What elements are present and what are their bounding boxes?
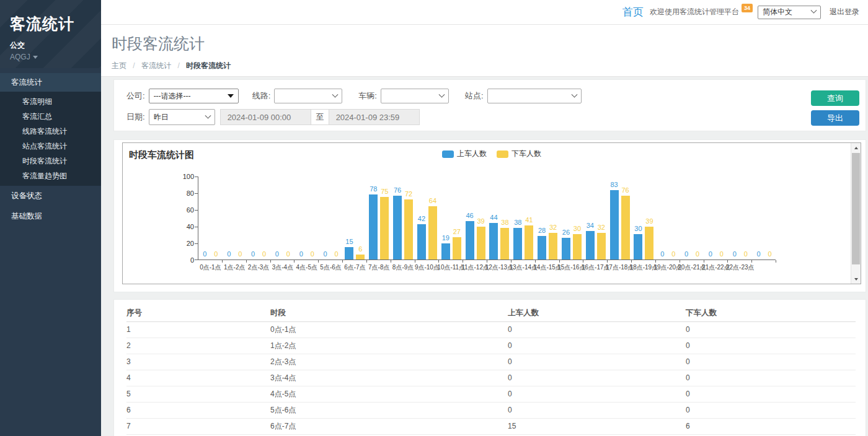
sidebar-section-passenger-stats[interactable]: 客流统计 <box>0 73 101 92</box>
date-preset-select[interactable]: 昨日 <box>149 109 215 125</box>
x-axis-tick <box>270 260 271 263</box>
table-cell: 0 <box>508 386 686 402</box>
date-to-input[interactable] <box>329 109 420 125</box>
bar-alighting <box>549 233 557 259</box>
line-select[interactable] <box>274 89 342 103</box>
x-axis-tick <box>511 260 512 263</box>
bar-alighting <box>500 228 509 259</box>
sidebar-item[interactable]: 客流明细 <box>0 94 101 109</box>
y-axis-tick <box>195 193 198 194</box>
table-cell: 0 <box>686 386 856 402</box>
scroll-down-icon[interactable] <box>851 274 861 284</box>
page-header: 时段客流统计 主页 / 客流统计 / 时段客流统计 <box>101 25 868 77</box>
welcome-text: 欢迎使用客流统计管理平台 <box>650 7 739 17</box>
table-cell: 0 <box>686 338 856 354</box>
y-axis-tick <box>195 177 198 177</box>
scroll-up-icon[interactable] <box>851 143 861 152</box>
x-axis-tick <box>463 260 463 263</box>
breadcrumb-section[interactable]: 客流统计 <box>141 61 171 70</box>
bar-alighting <box>477 227 485 259</box>
language-select[interactable]: 简体中文 <box>758 6 821 19</box>
x-axis-tick <box>415 260 415 263</box>
page-title: 时段客流统计 <box>112 33 868 54</box>
breadcrumb-separator: / <box>133 61 135 70</box>
table-cell: 0 <box>508 338 686 354</box>
table-row: 65点-6点00 <box>126 402 856 418</box>
y-axis-tick <box>195 243 198 244</box>
y-axis-tick <box>195 210 198 211</box>
sidebar-item[interactable]: 客流汇总 <box>0 109 101 124</box>
app-logo-title: 客流统计 <box>10 14 101 34</box>
y-axis-tick <box>195 259 198 260</box>
x-axis-tick <box>366 260 367 263</box>
bar-alighting <box>573 234 582 259</box>
vehicle-select[interactable] <box>381 89 449 103</box>
chevron-down-icon <box>332 91 339 97</box>
legend-item-alighting[interactable]: 下车人数 <box>497 149 541 159</box>
chart-scrollbar[interactable] <box>851 143 861 284</box>
table-cell: 6点-7点 <box>270 418 508 434</box>
table-row: 21点-2点00 <box>126 338 856 354</box>
breadcrumb-home[interactable]: 主页 <box>112 61 126 70</box>
breadcrumb: 主页 / 客流统计 / 时段客流统计 <box>112 61 868 71</box>
sidebar-item[interactable]: 站点客流统计 <box>0 139 101 154</box>
table-cell: 0 <box>686 402 856 418</box>
table-cell: 0点-1点 <box>270 321 508 338</box>
vehicle-label: 车辆: <box>358 90 377 102</box>
sidebar-item[interactable]: 客流量趋势图 <box>0 168 101 183</box>
y-axis-tick <box>195 227 198 227</box>
bar-boarding <box>417 224 426 259</box>
logout-link[interactable]: 退出登录 <box>830 7 859 17</box>
table-row: 54点-5点00 <box>126 386 856 402</box>
y-axis-label: 40 <box>169 223 194 230</box>
bar-value-label: 6 <box>351 245 370 253</box>
export-button[interactable]: 导出 <box>811 110 859 126</box>
breadcrumb-current: 时段客流统计 <box>186 61 231 70</box>
org-label: 公交 <box>10 40 101 51</box>
scrollbar-thumb[interactable] <box>852 153 860 264</box>
legend-item-boarding[interactable]: 上车人数 <box>442 149 487 159</box>
bar-value-label: 0 <box>761 250 779 258</box>
bar-boarding <box>393 196 402 259</box>
company-select[interactable]: ---请选择--- <box>149 89 239 103</box>
bar-boarding <box>513 228 522 259</box>
station-select[interactable] <box>487 89 582 103</box>
table-cell: 5点-6点 <box>270 402 508 418</box>
x-axis-tick <box>535 260 536 263</box>
table-cell: 0 <box>686 354 856 370</box>
table-cell: 6 <box>126 402 270 418</box>
bar-value-label: 32 <box>592 224 611 231</box>
chart-plot: 0204060801000点-1点001点-2点002点-3点003点-4点00… <box>198 177 776 260</box>
bar-boarding <box>489 223 498 259</box>
account-dropdown[interactable]: AQGJ <box>10 53 101 61</box>
bar-value-label: 41 <box>520 216 538 224</box>
x-axis-tick <box>751 260 752 263</box>
chart-panel: 时段车流统计图 上车人数 下车人数 0204060801000点-1点001点-… <box>113 139 866 292</box>
x-axis-tick <box>391 260 391 263</box>
query-button[interactable]: 查询 <box>811 90 859 106</box>
x-axis-tick <box>559 260 560 263</box>
bar-alighting <box>356 255 365 259</box>
top-navbar: 首页 欢迎使用客流统计管理平台 34 简体中文 退出登录 <box>101 0 868 25</box>
notification-badge[interactable]: 34 <box>742 4 753 12</box>
sidebar-section-device-status[interactable]: 设备状态 <box>0 186 101 206</box>
sidebar: 客流统计 公交 AQGJ 客流统计 客流明细客流汇总线路客流统计站点客流统计时段… <box>0 0 101 436</box>
sidebar-item[interactable]: 时段客流统计 <box>0 154 101 168</box>
filter-panel: 公司: ---请选择--- 线路: 车辆: 站点: <box>113 79 866 131</box>
page-content: 公司: ---请选择--- 线路: 车辆: 站点: <box>101 77 868 436</box>
caret-down-icon <box>33 56 38 59</box>
x-axis-tick <box>727 260 728 263</box>
filter-row-1: 公司: ---请选择--- 线路: 车辆: 站点: <box>126 88 866 104</box>
sidebar-section-base-data[interactable]: 基础数据 <box>0 206 101 227</box>
bar-boarding <box>586 231 595 259</box>
date-from-input[interactable] <box>220 109 311 125</box>
col-header-period: 时段 <box>270 305 508 321</box>
sidebar-item[interactable]: 线路客流统计 <box>0 124 101 139</box>
home-link[interactable]: 首页 <box>622 5 644 19</box>
x-axis-tick <box>342 260 343 263</box>
bar-value-label: 76 <box>616 186 635 194</box>
filter-row-2: 日期: 昨日 至 <box>126 109 866 125</box>
chart-title: 时段车流统计图 <box>129 149 194 161</box>
legend-swatch-boarding <box>442 150 454 158</box>
chevron-down-icon <box>571 91 577 97</box>
